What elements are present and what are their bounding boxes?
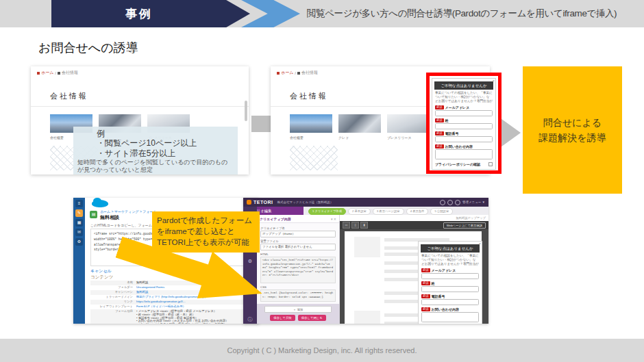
- edit-icon[interactable]: ✎: [75, 209, 83, 217]
- step-tab-pages[interactable]: 3 表示ページ設定: [373, 208, 404, 215]
- copyright-footer: Copyright ( C ) Marketing Design, inc. A…: [0, 339, 644, 362]
- tetori-logo-icon: [247, 200, 251, 205]
- form-intro: 事業についての相談をしたい、「事業について知りたい・検討がつかない」などお困りで…: [435, 91, 493, 103]
- table-row-form-items: フォーム項目 メールアドレス <text>（標準項目：必須 メールアドレス） 姓…: [90, 309, 251, 324]
- thumbnail-press[interactable]: [387, 114, 430, 133]
- breadcrumb: ホーム / 会社情報: [277, 70, 318, 76]
- reports-icon[interactable]: ▦: [75, 219, 83, 227]
- required-badge: 必須: [421, 281, 430, 285]
- scrollbar[interactable]: [245, 101, 247, 121]
- settings-icon[interactable]: ⚙: [75, 238, 83, 246]
- pardot-sidebar: ≡ ✎ ▦ ✉ ⚙: [73, 198, 85, 324]
- email-field-group: 必須メールアドレス: [435, 105, 493, 117]
- slide-title: 閲覧ページが多い方への問合せ誘導(Pardotのフォームを用いてiframeで挿…: [307, 0, 617, 27]
- case-badge: 事例: [51, 0, 250, 27]
- privacy-checkbox[interactable]: [488, 162, 493, 166]
- user-icon[interactable]: [455, 200, 460, 205]
- info-icon[interactable]: ⓘ: [243, 317, 257, 322]
- step-tab-basic[interactable]: 2 基本設定: [348, 208, 371, 215]
- html-label: HTML: [260, 253, 336, 256]
- divider: [31, 106, 249, 107]
- html-code-area[interactable]: <div class="tet_html"><iframe src="https…: [260, 257, 336, 283]
- close-icon[interactable]: ×: [492, 79, 495, 83]
- message-field[interactable]: [421, 312, 479, 322]
- save-close-button[interactable]: 保存して閉じる: [298, 315, 326, 321]
- email-field[interactable]: [421, 273, 479, 279]
- notification-icon[interactable]: [447, 200, 453, 205]
- background-file-input[interactable]: ファイルを選択 選択されていません: [260, 244, 336, 250]
- page-icon: [297, 72, 300, 75]
- panel-header-icons[interactable]: ▾ ✕: [331, 217, 336, 221]
- tetori-step-bar: シナリオ編集 1 クリエイティブ作成 2 基本設定 3 表示ページ設定 4 表示…: [243, 207, 488, 215]
- creative-name-input[interactable]: ポップアップ（iframe）: [260, 231, 336, 237]
- website-screenshot-before: ホーム / 会社情報 会社情報 会社概要 クレド プレスリリース 例 ・閲覧ペー…: [31, 66, 249, 174]
- preview-on-web-button[interactable]: Webページ上にて表示確認: [443, 222, 486, 229]
- add-button[interactable]: ＋ 追加: [264, 306, 332, 313]
- message-field[interactable]: [435, 149, 493, 159]
- creative-settings-panel: クリエイティブ内容 ▾ ✕ クリエイティブ名 ポップアップ（iframe） 背景…: [257, 215, 340, 324]
- desktop-icon[interactable]: ▭: [343, 222, 350, 229]
- callout-box: Pardotで作成したフォーム をiframeで差し込むと TETORI上でも表…: [152, 211, 260, 253]
- thumbnail-credo[interactable]: [338, 114, 381, 133]
- cancel-link[interactable]: キャンセル: [90, 268, 112, 274]
- highlight-red-frame: × ご不明な点はありませんか 事業についての相談をしたい、「事業について知りたい…: [426, 73, 501, 174]
- menu-icon[interactable]: ≡: [75, 200, 83, 207]
- thumbnail-company[interactable]: [290, 114, 332, 133]
- account-menu[interactable]: 管理メニュー ▼: [462, 201, 485, 204]
- message-field-group: 必須お問い合わせ内容: [435, 144, 493, 160]
- required-badge: 必須: [435, 105, 444, 109]
- step-tab-publish[interactable]: 5 公開設定: [430, 208, 453, 215]
- case-badge-label: 事例: [125, 6, 153, 22]
- required-badge: 必須: [435, 131, 444, 135]
- page-title: 会社情報: [50, 91, 88, 101]
- email-field[interactable]: [435, 110, 493, 116]
- preview-header-strip: 無料相談ポップアップ: [340, 215, 488, 221]
- required-badge: 必須: [435, 144, 444, 148]
- tetori-screenshot: TETORI 株式会社マックスヒルズ様（無料相談） 管理メニュー ▼ シナリオ編…: [243, 198, 488, 324]
- close-icon[interactable]: ×: [478, 242, 481, 246]
- help-icon[interactable]: [440, 200, 445, 205]
- header-bar: 事例 閲覧ページが多い方への問合せ誘導(Pardotのフォームを用いてifram…: [0, 0, 644, 27]
- page-title: 会社情報: [290, 91, 328, 101]
- css-code-area[interactable]: .tet_html {background-color: #FFFFFF; he…: [260, 289, 336, 302]
- step-tab-conditions[interactable]: 4 表示条件: [406, 208, 429, 215]
- settings-icon[interactable]: ⚙: [248, 259, 252, 263]
- tablet-icon[interactable]: ▯: [351, 222, 359, 229]
- image-placeholder: [354, 237, 380, 257]
- tetori-brand: TETORI: [253, 200, 273, 205]
- annotation-overlay: 例 ・閲覧ページ10ページ以上 ・サイト滞在5分以上 短時間で多くのページを閲覧…: [73, 127, 238, 174]
- preview-area: 無料相談ポップアップ ▭ ▯ ▮ Webページ上にて表示確認: [340, 215, 488, 324]
- required-badge: 必須: [435, 118, 444, 122]
- form-title: ご不明な点はありませんか: [434, 81, 493, 90]
- step-tab-creative[interactable]: 1 クリエイティブ作成: [308, 208, 346, 215]
- form-body: 事業についての相談をしたい、「事業について知りたい・検討がつかない」などお困りで…: [432, 90, 495, 170]
- css-label: CSS: [260, 285, 336, 289]
- creative-name-label: クリエイティブ名: [260, 227, 336, 230]
- thumbnail-captions: 会社概要 クレド プレスリリース: [290, 135, 430, 140]
- required-badge: 必須: [421, 307, 430, 311]
- slide: 事例 閲覧ページが多い方への問合せ誘導(Pardotのフォームを用いてifram…: [0, 0, 644, 362]
- background-file-label: 背景ファイル: [260, 240, 336, 243]
- decorative-pattern: [290, 146, 338, 170]
- form-title: ご不明な点はありませんか: [421, 244, 480, 253]
- breadcrumb: ホーム / 会社情報: [37, 70, 78, 76]
- outcome-box: 問合せによる 課題解決を誘導: [523, 66, 622, 194]
- mobile-icon[interactable]: ▮: [360, 222, 368, 229]
- lastname-field[interactable]: [435, 123, 493, 129]
- required-badge: 必須: [421, 294, 430, 298]
- mail-icon[interactable]: ✉: [75, 229, 83, 236]
- page-ref-label: 無料相談ポップアップ: [456, 216, 486, 220]
- required-badge: 必須: [421, 268, 430, 272]
- form-app-icon: ▤: [90, 211, 97, 218]
- lastname-field[interactable]: [421, 286, 479, 292]
- tetori-form-preview: × ご不明な点はありませんか 事業についての相談をしたい、「事業について知りたい…: [418, 241, 482, 324]
- home-icon: [277, 72, 280, 75]
- pardot-breadcrumb[interactable]: ホーム > マーケティング > フォーム: [100, 209, 157, 214]
- form-item-list: メールアドレス <text>（標準項目：必須 メールアドレス） 姓 <text>…: [136, 310, 251, 324]
- phone-field[interactable]: [421, 299, 479, 305]
- save-apply-button[interactable]: 保存して反映: [270, 315, 295, 321]
- phone-field[interactable]: [435, 136, 493, 142]
- content-heading: コンテンツ: [90, 274, 113, 281]
- table-row: リンク https://info.goodsalespromotion.jp/l…: [90, 300, 251, 305]
- submit-button[interactable]: 申し込む: [451, 169, 477, 170]
